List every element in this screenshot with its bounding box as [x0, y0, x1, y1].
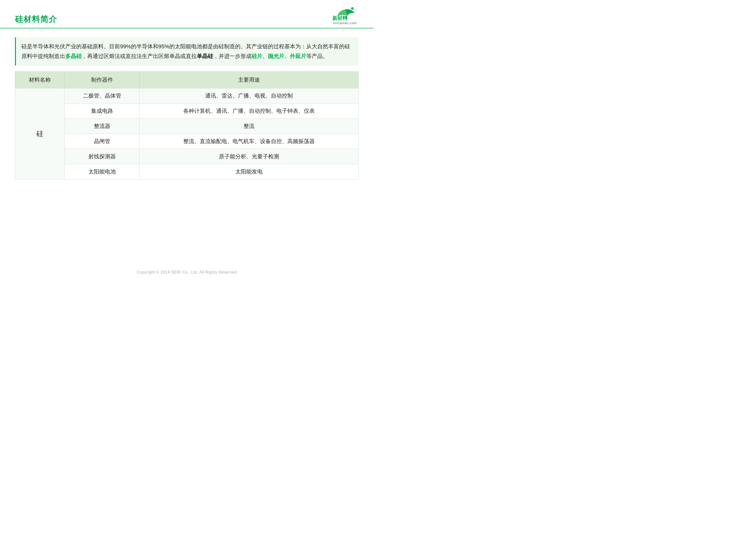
svg-point-0 — [351, 7, 354, 10]
intro-bold-3: 硅片、抛光片、外延片 — [252, 53, 306, 59]
use-detector: 原子能分析、光量子检测 — [140, 149, 359, 164]
device-ic: 集成电路 — [65, 104, 140, 119]
table-header-row: 材料名称 制作器件 主要用途 — [15, 72, 359, 88]
use-thyristor: 整流、直流输配电、电气机车、设备自控、高频振荡器 — [140, 134, 359, 149]
col-header-material: 材料名称 — [15, 72, 65, 88]
device-detector: 射线探测器 — [65, 149, 140, 164]
intro-paragraph: 硅是半导体和光伏产业的基础原料。目前99%的半导体和95%的太阳能电池都是由硅制… — [15, 37, 359, 65]
col-header-device: 制作器件 — [65, 72, 140, 88]
silicon-table: 材料名称 制作器件 主要用途 硅 二极管、晶体管 通讯、雷达、广播、电视、自动控… — [15, 72, 359, 180]
device-rectifier: 整流器 — [65, 119, 140, 134]
table-row: 晶闸管 整流、直流输配电、电气机车、设备自控、高频振荡器 — [15, 134, 359, 149]
table-row: 集成电路 各种计算机、通讯、广播、自动控制、电子钟表、仪表 — [15, 104, 359, 119]
table-row: 射线探测器 原子能分析、光量子检测 — [15, 149, 359, 164]
intro-bold-1: 多晶硅 — [65, 53, 82, 59]
logo-text: xincailiao.com — [333, 21, 357, 25]
logo-icon: 新材料 — [331, 7, 359, 21]
page-header: 硅材料简介 新材料 xincailiao.com — [0, 0, 374, 28]
table-row: 太阳能电池 太阳能发电 — [15, 164, 359, 180]
table-container: 材料名称 制作器件 主要用途 硅 二极管、晶体管 通讯、雷达、广播、电视、自动控… — [15, 72, 359, 180]
use-solar: 太阳能发电 — [140, 164, 359, 180]
material-silicon: 硅 — [15, 88, 65, 180]
intro-text-3: ，并进一步形成 — [213, 53, 252, 59]
page-title: 硅材料简介 — [15, 14, 57, 25]
device-diode-transistor: 二极管、晶体管 — [65, 88, 140, 104]
use-ic: 各种计算机、通讯、广播、自动控制、电子钟表、仪表 — [140, 104, 359, 119]
intro-text-2: ，再通过区熔法或直拉法生产出区熔单晶或直拉 — [82, 53, 197, 59]
intro-text-end: 等产品。 — [306, 53, 328, 59]
svg-text:新材料: 新材料 — [332, 16, 347, 21]
footer: Copyright © 2014 SEIR Co., Ltd. All Righ… — [0, 270, 374, 274]
device-solar: 太阳能电池 — [65, 164, 140, 180]
use-rectifier: 整流 — [140, 119, 359, 134]
device-thyristor: 晶闸管 — [65, 134, 140, 149]
table-row: 硅 二极管、晶体管 通讯、雷达、广播、电视、自动控制 — [15, 88, 359, 104]
col-header-use: 主要用途 — [140, 72, 359, 88]
table-row: 整流器 整流 — [15, 119, 359, 134]
use-diode: 通讯、雷达、广播、电视、自动控制 — [140, 88, 359, 104]
intro-bold-2: 单晶硅 — [197, 53, 213, 59]
logo-container: 新材料 xincailiao.com — [331, 7, 359, 25]
footer-text: Copyright © 2014 SEIR Co., Ltd. All Righ… — [137, 270, 236, 274]
